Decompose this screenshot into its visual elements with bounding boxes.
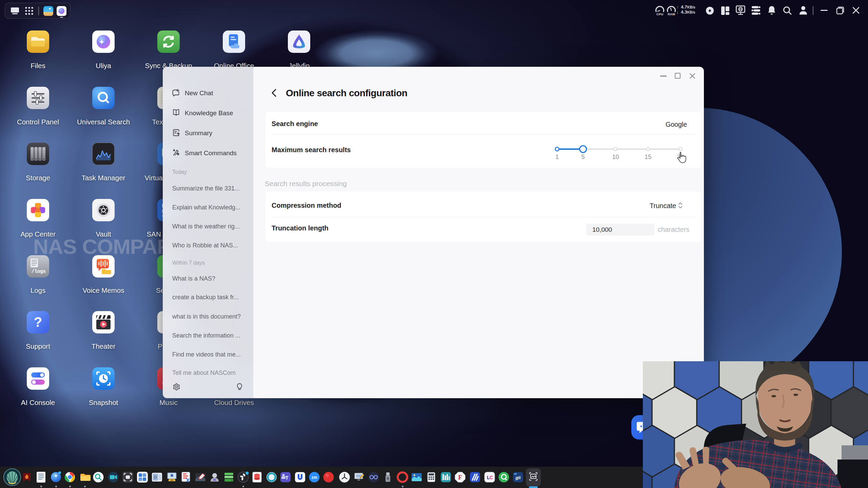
svg-text:/logs: /logs	[32, 269, 46, 274]
svg-text:F: F	[458, 474, 462, 481]
svg-text:10: 10	[612, 154, 619, 160]
svg-text:15: 15	[645, 154, 651, 160]
svg-text:CPU: CPU	[656, 12, 663, 16]
svg-text:C: C	[490, 475, 493, 480]
svg-text:1: 1	[555, 154, 559, 160]
svg-text:RAM: RAM	[668, 12, 675, 16]
svg-text:gli: gli	[515, 475, 521, 480]
svg-text:?: ?	[34, 314, 42, 329]
svg-text:5: 5	[581, 154, 585, 160]
svg-text:T: T	[285, 475, 288, 481]
svg-text:zm: zm	[312, 475, 317, 480]
